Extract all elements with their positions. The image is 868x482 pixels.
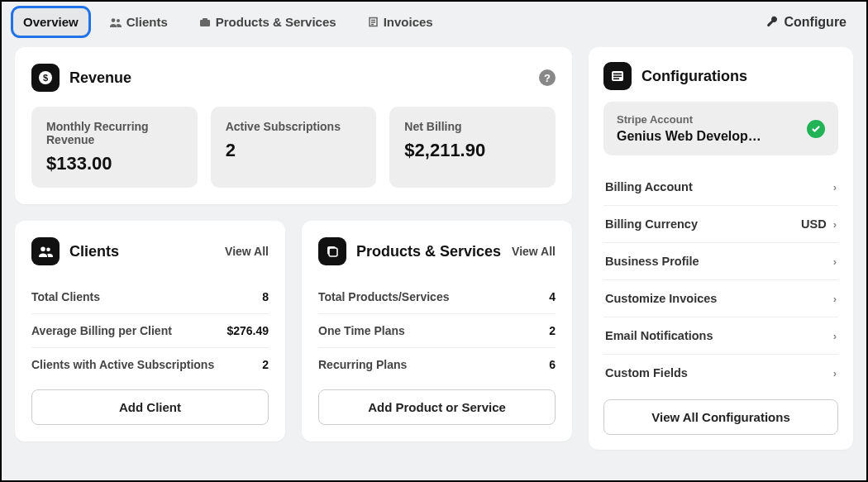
cfg-label: Custom Fields — [605, 366, 688, 379]
stack-icon — [318, 237, 346, 265]
cfg-billing-account[interactable]: Billing Account › — [603, 169, 838, 206]
help-icon[interactable]: ? — [539, 69, 556, 86]
products-row: Recurring Plans 6 — [318, 348, 556, 381]
tab-bar: Overview Clients Products & Services Inv… — [2, 2, 866, 47]
cfg-label: Billing Currency — [605, 217, 698, 231]
tab-clients[interactable]: Clients — [100, 8, 178, 36]
cfg-custom-fields[interactable]: Custom Fields › — [603, 355, 838, 391]
row-value: 6 — [549, 358, 556, 371]
wrench-icon — [766, 16, 779, 28]
row-value: 4 — [549, 290, 556, 303]
stat-label: Monthly Recurring Revenue — [46, 120, 183, 146]
cfg-label: Customize Invoices — [605, 292, 717, 305]
chevron-right-icon: › — [833, 218, 837, 231]
card-title: Products & Services — [356, 243, 501, 260]
tab-invoices[interactable]: Invoices — [358, 8, 443, 36]
tab-label: Overview — [23, 15, 79, 29]
stat-net-billing: Net Billing $2,211.90 — [389, 107, 556, 188]
svg-text:$: $ — [43, 73, 48, 83]
stripe-account-box[interactable]: Stripe Account Genius Web Develop… — [603, 102, 838, 155]
chevron-right-icon: › — [833, 255, 837, 268]
svg-rect-5 — [613, 74, 622, 75]
chevron-right-icon: › — [833, 367, 837, 379]
products-card: Products & Services View All Total Produ… — [302, 221, 572, 441]
add-client-button[interactable]: Add Client — [31, 389, 269, 425]
cfg-label: Email Notifications — [605, 329, 713, 342]
configure-button[interactable]: Configure — [758, 10, 855, 35]
stat-label: Net Billing — [404, 120, 541, 133]
stripe-label: Stripe Account — [617, 113, 799, 126]
list-icon — [603, 62, 632, 90]
row-value: $276.49 — [227, 324, 269, 337]
add-product-button[interactable]: Add Product or Service — [318, 389, 556, 425]
revenue-card: $ Revenue ? Monthly Recurring Revenue $1… — [15, 47, 572, 204]
dollar-icon: $ — [31, 64, 60, 92]
configurations-card: Configurations Stripe Account Genius Web… — [589, 47, 853, 450]
card-title: Revenue — [69, 69, 131, 87]
clients-row: Clients with Active Subscriptions 2 — [31, 348, 269, 381]
stat-mrr: Monthly Recurring Revenue $133.00 — [31, 107, 198, 188]
clients-row: Total Clients 8 — [31, 280, 269, 314]
stat-value: $2,211.90 — [404, 140, 541, 161]
stat-value: 2 — [226, 140, 362, 161]
row-value: 8 — [262, 290, 269, 303]
card-title: Clients — [69, 243, 119, 260]
view-all-products[interactable]: View All — [512, 245, 556, 258]
row-label: Recurring Plans — [318, 358, 407, 371]
row-label: Clients with Active Subscriptions — [31, 358, 214, 371]
stat-value: $133.00 — [46, 153, 183, 174]
tab-label: Clients — [126, 15, 168, 29]
cfg-email-notifications[interactable]: Email Notifications › — [603, 317, 838, 355]
view-all-clients[interactable]: View All — [225, 245, 269, 258]
products-row: One Time Plans 2 — [318, 314, 556, 348]
row-value: 2 — [262, 358, 269, 371]
tab-overview[interactable]: Overview — [13, 8, 88, 36]
card-title: Configurations — [641, 68, 747, 85]
svg-rect-6 — [613, 76, 622, 78]
row-label: Total Products/Services — [318, 290, 449, 303]
row-value: 2 — [549, 324, 556, 337]
view-all-configurations-button[interactable]: View All Configurations — [603, 399, 838, 435]
cfg-business-profile[interactable]: Business Profile › — [603, 243, 838, 280]
people-icon — [110, 17, 122, 27]
chevron-right-icon: › — [833, 181, 837, 193]
clients-row: Average Billing per Client $276.49 — [31, 314, 269, 348]
chevron-right-icon: › — [833, 293, 837, 305]
row-label: Total Clients — [31, 290, 100, 303]
products-row: Total Products/Services 4 — [318, 280, 556, 314]
cfg-label: Billing Account — [605, 180, 693, 193]
clients-card: Clients View All Total Clients 8 Average… — [15, 221, 285, 441]
stripe-value: Genius Web Develop… — [617, 129, 799, 144]
invoice-icon — [368, 17, 379, 27]
stat-active-subs: Active Subscriptions 2 — [211, 107, 377, 188]
cfg-customize-invoices[interactable]: Customize Invoices › — [603, 280, 838, 317]
svg-rect-7 — [613, 79, 619, 80]
row-label: Average Billing per Client — [31, 324, 172, 337]
tab-products[interactable]: Products & Services — [189, 8, 346, 36]
row-label: One Time Plans — [318, 324, 405, 337]
configure-label: Configure — [784, 15, 847, 30]
cfg-billing-currency[interactable]: Billing Currency USD› — [603, 206, 838, 243]
people-icon — [31, 237, 60, 265]
svg-rect-3 — [329, 248, 337, 256]
cfg-label: Business Profile — [605, 255, 699, 268]
tab-label: Products & Services — [216, 15, 336, 29]
tab-label: Invoices — [384, 15, 433, 29]
check-icon — [807, 120, 825, 138]
briefcase-icon — [199, 17, 211, 27]
chevron-right-icon: › — [833, 330, 837, 342]
stat-label: Active Subscriptions — [226, 120, 362, 133]
cfg-value: USD — [801, 217, 827, 231]
